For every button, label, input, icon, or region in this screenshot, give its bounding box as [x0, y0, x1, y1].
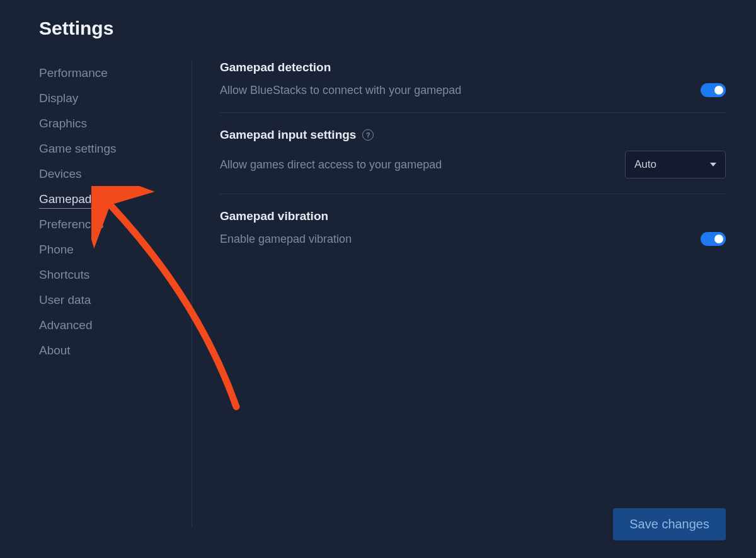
sidebar-item-advanced[interactable]: Advanced	[39, 313, 192, 338]
section-title-text: Gamepad input settings	[220, 128, 356, 142]
save-changes-button[interactable]: Save changes	[613, 508, 726, 540]
select-value: Auto	[634, 158, 656, 171]
sidebar-item-about[interactable]: About	[39, 338, 192, 363]
section-desc: Allow BlueStacks to connect with your ga…	[220, 84, 461, 97]
section-row: Allow games direct access to your gamepa…	[220, 151, 726, 178]
sidebar-item-label: Phone	[39, 243, 74, 256]
section-gamepad-input: Gamepad input settings ? Allow games dir…	[220, 128, 726, 194]
sidebar-item-label: Shortcuts	[39, 268, 89, 281]
sidebar: Performance Display Graphics Game settin…	[0, 61, 192, 527]
section-desc: Enable gamepad vibration	[220, 233, 352, 246]
sidebar-item-phone[interactable]: Phone	[39, 237, 192, 262]
chevron-down-icon	[710, 163, 716, 166]
settings-layout: Performance Display Graphics Game settin…	[0, 39, 756, 527]
sidebar-item-display[interactable]: Display	[39, 86, 192, 111]
sidebar-item-label: Display	[39, 91, 78, 105]
sidebar-item-label: Preferences	[39, 218, 103, 231]
main-panel: Gamepad detection Allow BlueStacks to co…	[192, 61, 756, 527]
sidebar-item-label: User data	[39, 293, 91, 306]
gamepad-input-select[interactable]: Auto	[625, 151, 726, 178]
sidebar-item-label: Graphics	[39, 117, 87, 130]
sidebar-item-gamepad[interactable]: Gamepad	[39, 187, 192, 212]
section-title-text: Gamepad detection	[220, 61, 331, 74]
sidebar-item-graphics[interactable]: Graphics	[39, 111, 192, 136]
section-desc: Allow games direct access to your gamepa…	[220, 158, 442, 171]
sidebar-item-game-settings[interactable]: Game settings	[39, 136, 192, 161]
sidebar-item-performance[interactable]: Performance	[39, 61, 192, 86]
sidebar-item-label: Game settings	[39, 142, 117, 155]
sidebar-item-label: About	[39, 344, 71, 357]
section-title: Gamepad input settings ?	[220, 128, 726, 142]
section-gamepad-vibration: Gamepad vibration Enable gamepad vibrati…	[220, 209, 726, 261]
sidebar-item-label: Devices	[39, 167, 82, 180]
gamepad-vibration-toggle[interactable]	[701, 232, 726, 246]
section-title: Gamepad vibration	[220, 209, 726, 223]
gamepad-detection-toggle[interactable]	[701, 83, 726, 97]
help-icon[interactable]: ?	[362, 129, 374, 141]
sidebar-item-label: Gamepad	[39, 192, 91, 209]
sidebar-item-label: Advanced	[39, 318, 93, 332]
section-row: Enable gamepad vibration	[220, 232, 726, 246]
sidebar-item-label: Performance	[39, 66, 108, 79]
page-title: Settings	[0, 0, 756, 39]
sidebar-item-user-data[interactable]: User data	[39, 288, 192, 313]
section-gamepad-detection: Gamepad detection Allow BlueStacks to co…	[220, 61, 726, 113]
sidebar-item-shortcuts[interactable]: Shortcuts	[39, 262, 192, 288]
section-row: Allow BlueStacks to connect with your ga…	[220, 83, 726, 97]
section-title: Gamepad detection	[220, 61, 726, 74]
sidebar-item-preferences[interactable]: Preferences	[39, 212, 192, 237]
section-title-text: Gamepad vibration	[220, 209, 328, 223]
sidebar-item-devices[interactable]: Devices	[39, 161, 192, 187]
